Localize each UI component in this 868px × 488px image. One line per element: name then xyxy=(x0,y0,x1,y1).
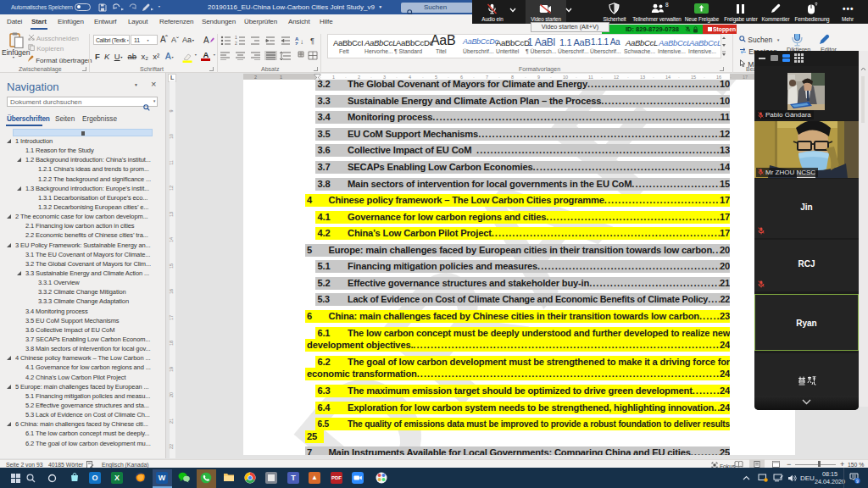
svg-text:↓: ↓ xyxy=(300,38,303,45)
svg-text:2: 2 xyxy=(235,41,237,45)
svg-text:¶: ¶ xyxy=(310,36,314,45)
svg-text:1: 1 xyxy=(235,36,237,40)
svg-text:9: 9 xyxy=(856,479,859,484)
svg-text:Z: Z xyxy=(295,42,298,45)
